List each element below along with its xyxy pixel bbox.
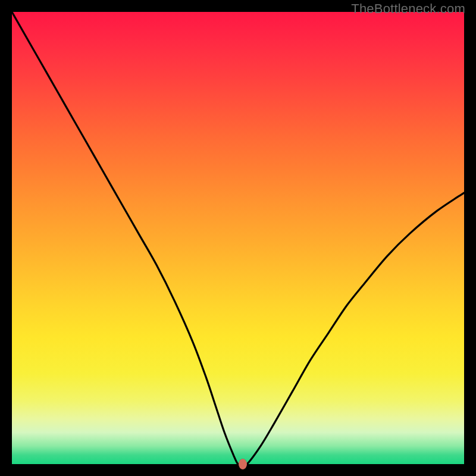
chart-frame: TheBottleneck.com — [0, 0, 476, 476]
attribution-text: TheBottleneck.com — [351, 1, 465, 17]
optimal-point-marker — [239, 459, 247, 469]
bottleneck-curve — [12, 12, 464, 464]
plot-area — [12, 12, 464, 464]
